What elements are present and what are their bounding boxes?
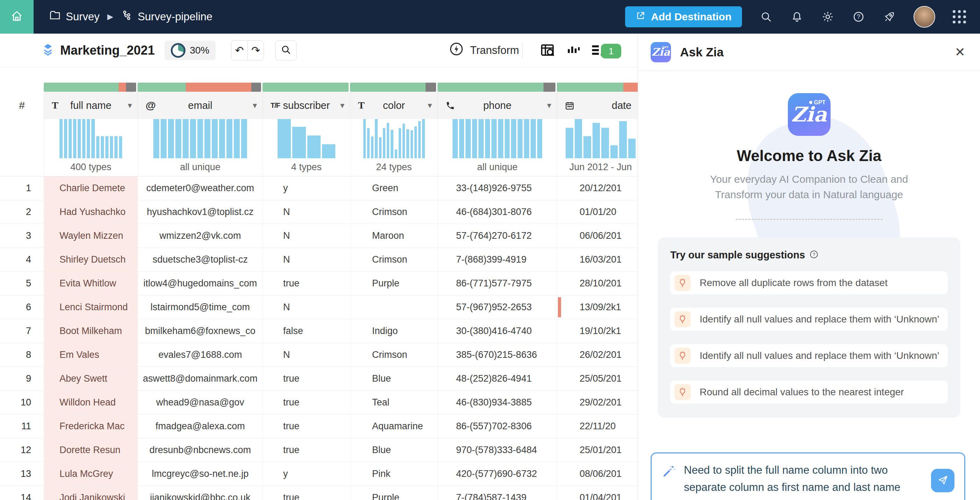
cell-phone[interactable]: 7-(784)587-1439	[438, 486, 557, 500]
quality-bar-full-name[interactable]	[44, 83, 138, 92]
cell-full-name[interactable]: Boot Milkeham	[44, 319, 138, 343]
undo-button[interactable]: ↶	[231, 41, 247, 60]
cell-phone[interactable]: 57-(967)952-2653	[438, 296, 557, 319]
cell-date[interactable]: 01/01/20	[557, 200, 638, 224]
quality-bar-phone[interactable]	[438, 83, 557, 92]
cell-subscriber[interactable]: N	[262, 200, 350, 224]
cell-date[interactable]: 25/01/201	[557, 438, 638, 462]
cell-color[interactable]: Blue	[350, 367, 438, 390]
cell-full-name[interactable]: Evita Whitlow	[44, 272, 138, 295]
cell-email[interactable]: whead9@nasa@gov	[138, 391, 262, 414]
cell-email[interactable]: cdemeter0@weather.com	[138, 177, 262, 200]
suggestion-card[interactable]: Remove all duplicate rows from the datas…	[670, 271, 948, 295]
cell-date[interactable]: 29/02/201	[557, 391, 638, 414]
column-header-color[interactable]: T color ▾	[350, 92, 438, 119]
quality-progress-pill[interactable]: 30%	[164, 41, 216, 60]
cell-color[interactable]: Purple	[350, 272, 438, 295]
column-menu-caret-icon[interactable]: ▾	[340, 100, 344, 110]
avatar[interactable]	[913, 6, 935, 28]
cell-full-name[interactable]: Charlie Demete	[44, 177, 138, 200]
cell-full-name[interactable]: Em Vales	[44, 343, 138, 366]
data-preview-icon[interactable]	[539, 42, 557, 59]
cell-full-name[interactable]: Jodi Janikowski	[44, 486, 138, 500]
cell-color[interactable]: Crimson	[350, 343, 438, 366]
cell-color[interactable]: Indigo	[350, 319, 438, 343]
cell-phone[interactable]: 86-(557)702-8306	[438, 414, 557, 438]
cell-color[interactable]: Pink	[350, 462, 438, 486]
cell-date[interactable]: 08/06/201	[557, 462, 638, 486]
cell-phone[interactable]: 420-(577)690-6732	[438, 462, 557, 486]
quality-bar-color[interactable]	[350, 83, 438, 92]
cell-phone[interactable]: 970-(578)333-6484	[438, 438, 557, 462]
column-menu-caret-icon[interactable]: ▾	[428, 100, 432, 110]
column-header-email[interactable]: @ email ▾	[138, 92, 262, 119]
cell-subscriber[interactable]: y	[262, 462, 350, 486]
cell-full-name[interactable]: Abey Swett	[44, 367, 138, 390]
cell-color[interactable]: Maroon	[350, 224, 438, 248]
add-destination-button[interactable]: Add Destination	[625, 6, 742, 27]
redo-button[interactable]: ↷	[247, 41, 264, 60]
cell-full-name[interactable]: Willdon Head	[44, 391, 138, 414]
cell-date[interactable]: 26/02/201	[557, 343, 638, 366]
cell-full-name[interactable]: Dorette Resun	[44, 438, 138, 462]
column-header-date[interactable]: date ▾	[557, 92, 638, 119]
cell-phone[interactable]: 57-(764)270-6172	[438, 224, 557, 248]
histogram-full-name[interactable]: 400 types	[44, 119, 138, 176]
home-button[interactable]	[0, 0, 33, 33]
cell-date[interactable]: 19/10/2k1	[557, 319, 638, 343]
cell-subscriber[interactable]: true	[262, 391, 350, 414]
histogram-subscriber[interactable]: 4 types	[262, 119, 350, 176]
quality-bar-date[interactable]	[557, 83, 638, 92]
transform-button[interactable]: Transform	[449, 42, 519, 59]
cell-phone[interactable]: 33-(148)926-9755	[438, 177, 557, 200]
bell-icon[interactable]	[790, 10, 803, 24]
cell-phone[interactable]: 385-(670)215-8636	[438, 343, 557, 366]
column-menu-caret-icon[interactable]: ▾	[253, 100, 257, 110]
cell-email[interactable]: hyushachkov1@toplist.cz	[138, 200, 262, 224]
cell-color[interactable]: Blue	[350, 438, 438, 462]
cell-email[interactable]: itlow4@hugedomains_com	[138, 272, 262, 295]
cell-subscriber[interactable]: N	[262, 248, 350, 271]
cell-phone[interactable]: 7-(868)399-4919	[438, 248, 557, 271]
help-circle-icon[interactable]: ?	[809, 250, 819, 261]
rocket-icon[interactable]	[883, 10, 896, 24]
cell-email[interactable]: bmilkeham6@foxnews_co	[138, 319, 262, 343]
cell-color[interactable]: Teal	[350, 391, 438, 414]
gear-icon[interactable]	[821, 10, 834, 24]
cell-subscriber[interactable]: false	[262, 319, 350, 343]
cell-email[interactable]: aswett8@domainmark.com	[138, 367, 262, 390]
apps-grid-icon[interactable]	[953, 10, 966, 24]
cell-email[interactable]: dresunb@nbcnews.com	[138, 438, 262, 462]
send-button[interactable]	[931, 469, 955, 492]
histogram-phone[interactable]: all unique	[438, 119, 557, 176]
cell-date[interactable]: 28/10/201	[557, 272, 638, 295]
cell-phone[interactable]: 30-(380)416-4740	[438, 319, 557, 343]
cell-full-name[interactable]: Lenci Stairmond	[44, 296, 138, 319]
quality-bar-subscriber[interactable]	[262, 83, 350, 92]
cell-full-name[interactable]: Waylen Mizzen	[44, 224, 138, 248]
cell-phone[interactable]: 46-(830)934-3885	[438, 391, 557, 414]
cell-date[interactable]: 06/06/201	[557, 224, 638, 248]
cell-color[interactable]: Crimson	[350, 200, 438, 224]
cell-date[interactable]: 01/04/201	[557, 486, 638, 500]
cell-email[interactable]: sduetsche3@toplist-cz	[138, 248, 262, 271]
cell-phone[interactable]: 48-(252)826-4941	[438, 367, 557, 390]
column-header-subscriber[interactable]: T/F subscriber ▾	[262, 92, 350, 119]
breadcrumb-folder[interactable]: Survey	[49, 10, 99, 24]
column-menu-caret-icon[interactable]: ▾	[547, 100, 551, 110]
cell-color[interactable]: Green	[350, 177, 438, 200]
column-header-full-name[interactable]: T full name ▾	[44, 92, 138, 119]
cell-date[interactable]: 16/03/201	[557, 248, 638, 271]
cell-email[interactable]: jjanikowskid@bbc.co.uk	[138, 486, 262, 500]
cell-date[interactable]: 13/09/2k1	[557, 296, 638, 319]
cell-date[interactable]: 25/05/201	[557, 367, 638, 390]
histogram-date[interactable]: Jun 2012 - Jun	[557, 119, 638, 176]
cell-color[interactable]: Purple	[350, 486, 438, 500]
histogram-color[interactable]: 24 types	[350, 119, 438, 176]
cell-email[interactable]: wmizzen2@vk.com	[138, 224, 262, 248]
cell-email[interactable]: evales7@1688.com	[138, 343, 262, 366]
cell-email[interactable]: fmadgea@alexa.com	[138, 414, 262, 438]
column-stats-icon[interactable]	[565, 42, 582, 59]
quality-bar-email[interactable]	[138, 83, 262, 92]
cell-subscriber[interactable]: true	[262, 414, 350, 438]
